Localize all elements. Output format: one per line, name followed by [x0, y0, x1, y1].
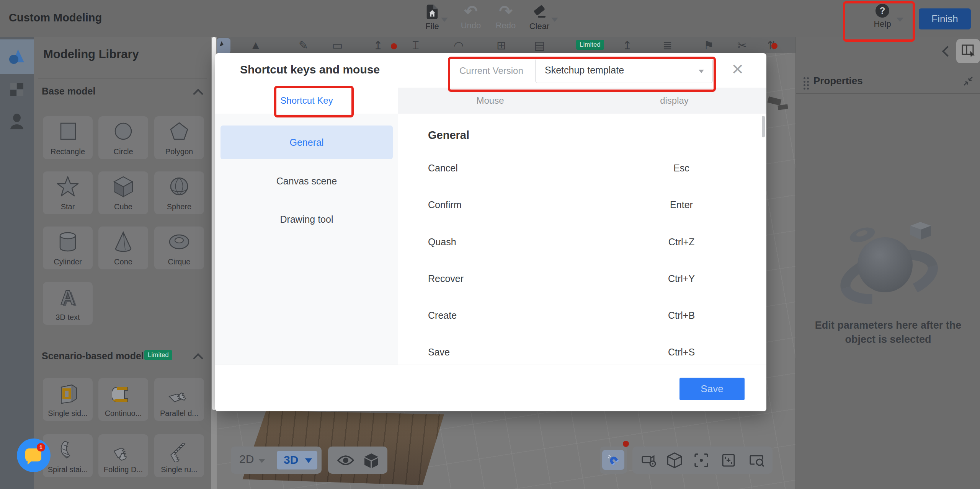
partial-tool-icon[interactable]: ⚑: [704, 39, 714, 52]
partial-tool-icon[interactable]: ✎: [299, 39, 308, 52]
tile-continuous[interactable]: Continuo...: [98, 378, 148, 421]
tool-strip: ▲ ✎ ▭ ↥ ⌶ ◠ ⊞ ▤ ◔ ↥ ≣ ⚑ ✂ ⇅ Limited: [217, 37, 795, 53]
divider: [38, 78, 207, 78]
rail-item-materials[interactable]: [0, 80, 34, 103]
partial-tool-icon[interactable]: ◠: [454, 39, 464, 52]
cylinder-icon: [57, 230, 78, 254]
empty-state-3d-illustration: [836, 220, 939, 315]
3d-text-icon: A: [60, 286, 75, 309]
shortcut-group-heading: General: [428, 129, 469, 142]
drag-handle-dots[interactable]: [804, 77, 809, 90]
undo-icon: ↶: [464, 2, 477, 20]
star-icon: [56, 175, 79, 199]
tile-polygon[interactable]: Polygon: [154, 116, 204, 159]
cube-icon: [112, 175, 134, 199]
wireframe-cube-icon[interactable]: [667, 452, 682, 468]
shortcut-key: Ctrl+B: [643, 310, 720, 321]
partial-tool-icon[interactable]: ▲: [250, 39, 261, 52]
collapse-base-chevron-icon[interactable]: [193, 89, 203, 99]
mode-3d-button[interactable]: 3D: [277, 451, 317, 469]
tile-cube[interactable]: Cube: [98, 171, 148, 214]
modal-save-button[interactable]: Save: [679, 378, 745, 400]
magnet-toggle-active[interactable]: [602, 450, 624, 470]
undo-button[interactable]: ↶ Undo: [454, 4, 488, 31]
redo-button[interactable]: ↷ Redo: [488, 4, 523, 31]
mode-2d-button[interactable]: 2D: [239, 453, 254, 466]
partial-tool-icon[interactable]: ▤: [534, 39, 545, 52]
panel-layout-icon: [962, 44, 975, 58]
nav-item-canvas-scene[interactable]: Canvas scene: [220, 164, 393, 198]
top-header: Custom Modeling File ↶ Undo ↷ Redo Clea: [0, 0, 980, 37]
select-tool-active[interactable]: [217, 38, 230, 53]
polygon-icon: [168, 120, 190, 144]
panel-layout-button[interactable]: [956, 39, 980, 63]
tile-parallel[interactable]: Parallel d...: [154, 378, 204, 421]
tile-rectangle[interactable]: Rectangle: [43, 116, 93, 159]
finish-button[interactable]: Finish: [919, 8, 971, 29]
collapse-panel-chevron-icon[interactable]: [942, 46, 953, 57]
collapse-inward-icon[interactable]: [963, 76, 973, 86]
solid-cube-icon[interactable]: [363, 453, 379, 469]
partial-tool-icon[interactable]: ↥: [622, 39, 632, 52]
single-sided-model-icon: [57, 382, 79, 406]
mode-2d-caret-icon[interactable]: [258, 459, 265, 463]
focus-center-icon[interactable]: [694, 453, 708, 467]
materials-checker-icon: [10, 83, 24, 96]
zoom-region-icon[interactable]: [749, 454, 764, 467]
tile-cone[interactable]: Cone: [98, 227, 148, 269]
partial-tool-icon[interactable]: ⌶: [412, 39, 419, 52]
tile-folding[interactable]: Folding D...: [98, 434, 148, 477]
shortcut-action: Save: [428, 347, 450, 358]
folding-stairs-icon: [112, 438, 135, 462]
shortcut-key: Ctrl+Z: [643, 236, 720, 248]
limited-badge-toolbar: Limited: [576, 40, 604, 50]
shortcut-key: Ctrl+S: [643, 347, 720, 358]
tile-cylinder[interactable]: Cylinder: [43, 227, 93, 269]
modeling-library-panel: Modeling Library Base model Rectangle Ci…: [34, 37, 211, 489]
partial-tool-icon[interactable]: ↥: [373, 39, 383, 52]
notification-dot: [623, 441, 629, 447]
collapse-scenario-chevron-icon[interactable]: [193, 353, 203, 363]
tile-3d-text[interactable]: A 3D text: [43, 282, 93, 325]
scenario-section-title: Scenario-based models: [42, 350, 149, 362]
camera-settings-icon[interactable]: [642, 453, 657, 467]
partial-tool-icon[interactable]: ✂: [737, 39, 747, 52]
nav-item-general[interactable]: General: [220, 126, 393, 159]
rectangle-icon: [57, 120, 78, 144]
nav-item-drawing-tool[interactable]: Drawing tool: [220, 202, 393, 236]
tile-circle[interactable]: Circle: [98, 116, 148, 159]
continuous-model-icon: [112, 382, 134, 406]
library-title: Modeling Library: [43, 47, 139, 61]
chat-unread-badge: 1: [37, 443, 45, 452]
partial-tool-icon[interactable]: ≣: [663, 39, 672, 52]
tile-single-sided[interactable]: Single sid...: [43, 378, 93, 421]
scene-object: [768, 96, 782, 106]
tile-cirque[interactable]: Cirque: [154, 227, 204, 269]
rail-item-modeling-active[interactable]: [0, 39, 34, 74]
rail-item-account[interactable]: [0, 110, 34, 135]
tile-star[interactable]: Star: [43, 171, 93, 214]
shortcut-key: Esc: [643, 163, 720, 174]
clear-caret-icon[interactable]: [551, 18, 558, 22]
file-caret-icon[interactable]: [441, 18, 448, 22]
shortcut-action: Confirm: [428, 199, 462, 210]
tile-sphere[interactable]: Sphere: [154, 171, 204, 214]
eye-icon[interactable]: [337, 455, 354, 466]
file-label: File: [415, 21, 449, 31]
modal-scrollbar-thumb[interactable]: [762, 116, 765, 137]
scene-object: [777, 104, 788, 110]
partial-tool-icon[interactable]: ⊞: [497, 39, 506, 52]
annotation-box-version-dropdown: [448, 57, 716, 92]
clear-label: Clear: [522, 21, 557, 31]
support-chat-button[interactable]: 1: [17, 438, 51, 472]
undo-label: Undo: [454, 21, 488, 31]
close-button[interactable]: ✕: [731, 62, 744, 77]
modal-title: Shortcut keys and mouse: [240, 63, 380, 76]
add-frame-icon[interactable]: [722, 453, 735, 467]
tile-single-run[interactable]: Single ru...: [154, 434, 204, 477]
partial-tool-icon[interactable]: ▭: [332, 39, 343, 52]
app-root: Custom Modeling File ↶ Undo ↷ Redo Clea: [0, 0, 980, 489]
page-title: Custom Modeling: [9, 11, 102, 24]
properties-placeholder-text: Edit parameters here after the object is…: [806, 318, 970, 347]
left-rail: [0, 37, 34, 489]
